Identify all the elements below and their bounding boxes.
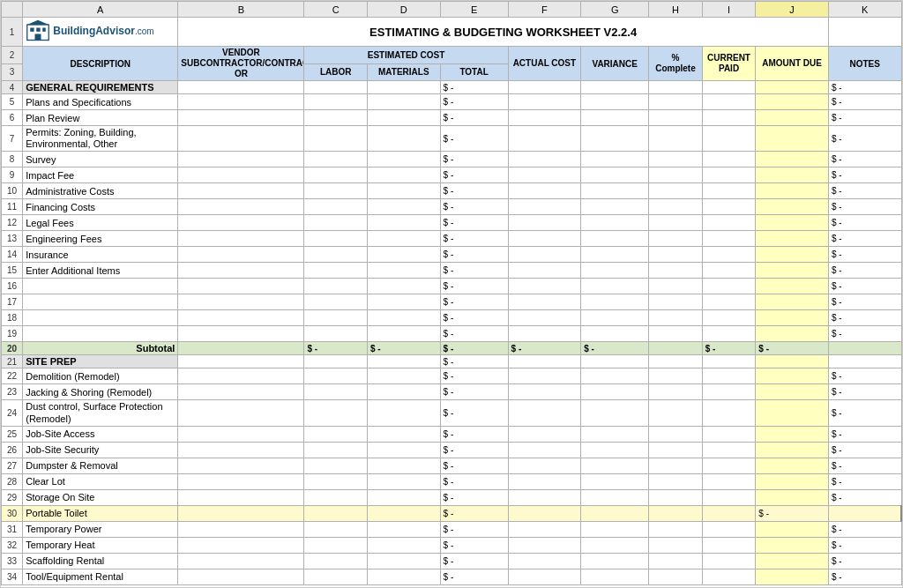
row17-k[interactable]: $ -	[828, 294, 901, 310]
dust-control-h[interactable]	[649, 400, 703, 426]
temporary-power-d[interactable]	[368, 521, 441, 537]
jobsite-security-c[interactable]	[304, 442, 368, 458]
dust-control-k[interactable]: $ -	[828, 400, 901, 426]
storage-on-site-b[interactable]	[178, 489, 304, 505]
engineering-fees-j[interactable]	[756, 231, 829, 247]
permits-d[interactable]	[368, 126, 441, 152]
row18-a[interactable]	[23, 310, 178, 326]
survey-c[interactable]	[304, 152, 368, 167]
row18-d[interactable]	[368, 310, 441, 326]
dumpster-f[interactable]	[508, 458, 581, 473]
row19-i[interactable]	[702, 326, 756, 342]
storage-on-site-d[interactable]	[368, 489, 441, 505]
gr-c[interactable]	[304, 81, 368, 94]
survey-j[interactable]	[756, 152, 829, 167]
legal-fees-c[interactable]	[304, 215, 368, 231]
plan-review-g[interactable]	[581, 110, 649, 126]
impact-fee-b[interactable]	[178, 167, 304, 183]
jobsite-security-k[interactable]: $ -	[828, 442, 901, 458]
scaffolding-e[interactable]: $ -	[440, 553, 508, 569]
storage-on-site-g[interactable]	[581, 489, 649, 505]
demolition-e[interactable]: $ -	[440, 368, 508, 384]
additional-items-e[interactable]: $ -	[440, 263, 508, 279]
row17-e[interactable]: $ -	[440, 294, 508, 310]
impact-fee-g[interactable]	[581, 167, 649, 183]
tool-equipment-b[interactable]	[178, 569, 304, 584]
admin-costs-c[interactable]	[304, 183, 368, 199]
impact-fee-i[interactable]	[702, 167, 756, 183]
survey-b[interactable]	[178, 152, 304, 167]
row16-a[interactable]	[23, 279, 178, 294]
tool-equipment-i[interactable]	[702, 569, 756, 584]
impact-fee-k[interactable]: $ -	[828, 167, 901, 183]
plans-specs-e[interactable]: $ -	[440, 94, 508, 110]
additional-items-g[interactable]	[581, 263, 649, 279]
jobsite-security-b[interactable]	[178, 442, 304, 458]
legal-fees-d[interactable]	[368, 215, 441, 231]
financing-costs-j[interactable]	[756, 199, 829, 215]
admin-costs-d[interactable]	[368, 183, 441, 199]
dust-control-d[interactable]	[368, 400, 441, 426]
temporary-heat-e[interactable]: $ -	[440, 537, 508, 553]
dumpster-e[interactable]: $ -	[440, 458, 508, 473]
jacking-c[interactable]	[304, 384, 368, 400]
row17-b[interactable]	[178, 294, 304, 310]
permits-h[interactable]	[649, 126, 703, 152]
sp-j[interactable]	[756, 355, 829, 368]
col-header-i[interactable]: I	[702, 2, 756, 18]
col-header-d[interactable]: D	[368, 2, 441, 18]
plans-specs-f[interactable]	[508, 94, 581, 110]
gr-j[interactable]	[756, 81, 829, 94]
engineering-fees-f[interactable]	[508, 231, 581, 247]
sp-d[interactable]	[368, 355, 441, 368]
portable-toilet-h[interactable]	[649, 505, 703, 521]
jobsite-access-j[interactable]	[756, 426, 829, 442]
scaffolding-j[interactable]	[756, 553, 829, 569]
jobsite-access-k[interactable]: $ -	[828, 426, 901, 442]
scaffolding-g[interactable]	[581, 553, 649, 569]
plan-review-i[interactable]	[702, 110, 756, 126]
clear-lot-j[interactable]	[756, 473, 829, 489]
gr-h[interactable]	[649, 81, 703, 94]
insurance-b[interactable]	[178, 247, 304, 263]
admin-costs-h[interactable]	[649, 183, 703, 199]
tool-equipment-g[interactable]	[581, 569, 649, 584]
impact-fee-c[interactable]	[304, 167, 368, 183]
col-header-a[interactable]: A	[23, 2, 178, 18]
plan-review-k[interactable]: $ -	[828, 110, 901, 126]
jacking-i[interactable]	[702, 384, 756, 400]
demolition-f[interactable]	[508, 368, 581, 384]
scaffolding-i[interactable]	[702, 553, 756, 569]
temporary-heat-i[interactable]	[702, 537, 756, 553]
permits-f[interactable]	[508, 126, 581, 152]
row18-f[interactable]	[508, 310, 581, 326]
col-header-k[interactable]: K	[828, 2, 901, 18]
temporary-power-b[interactable]	[178, 521, 304, 537]
temporary-power-e[interactable]: $ -	[440, 521, 508, 537]
scaffolding-c[interactable]	[304, 553, 368, 569]
sp-g[interactable]	[581, 355, 649, 368]
temporary-power-h[interactable]	[649, 521, 703, 537]
plans-specs-k[interactable]: $ -	[828, 94, 901, 110]
additional-items-j[interactable]	[756, 263, 829, 279]
engineering-fees-h[interactable]	[649, 231, 703, 247]
row18-g[interactable]	[581, 310, 649, 326]
financing-costs-i[interactable]	[702, 199, 756, 215]
row16-h[interactable]	[649, 279, 703, 294]
row17-a[interactable]	[23, 294, 178, 310]
engineering-fees-g[interactable]	[581, 231, 649, 247]
row19-a[interactable]	[23, 326, 178, 342]
temporary-heat-f[interactable]	[508, 537, 581, 553]
temporary-power-f[interactable]	[508, 521, 581, 537]
scaffolding-k[interactable]: $ -	[828, 553, 901, 569]
jacking-h[interactable]	[649, 384, 703, 400]
portable-toilet-j[interactable]: $ -	[756, 505, 829, 521]
admin-costs-e[interactable]: $ -	[440, 183, 508, 199]
clear-lot-k[interactable]: $ -	[828, 473, 901, 489]
jacking-d[interactable]	[368, 384, 441, 400]
plan-review-j[interactable]	[756, 110, 829, 126]
permits-e[interactable]: $ -	[440, 126, 508, 152]
clear-lot-c[interactable]	[304, 473, 368, 489]
survey-f[interactable]	[508, 152, 581, 167]
col-header-j[interactable]: J	[756, 2, 829, 18]
